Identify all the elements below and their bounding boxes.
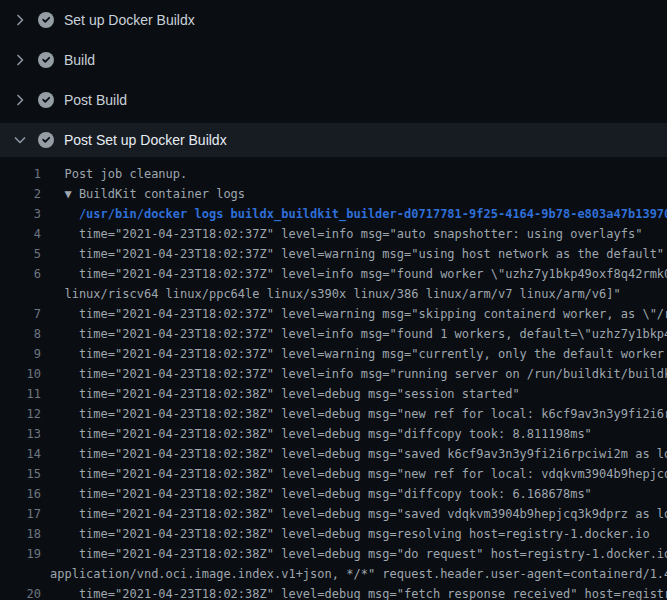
log-line-text: time="2021-04-23T18:02:37Z" level=info m… [41, 364, 667, 384]
step-header-post-build[interactable]: Post Build [0, 80, 667, 120]
step-header-build[interactable]: Build [0, 40, 667, 80]
log-line-text: time="2021-04-23T18:02:37Z" level=info m… [41, 224, 667, 244]
log-line-number[interactable]: 17 [0, 504, 41, 524]
log-line-text: time="2021-04-23T18:02:38Z" level=debug … [41, 444, 667, 464]
log-line-number[interactable]: 10 [0, 364, 41, 384]
log-line: 4 time="2021-04-23T18:02:37Z" level=info… [0, 224, 667, 244]
log-line-number[interactable]: 12 [0, 404, 41, 424]
log-line-text: time="2021-04-23T18:02:37Z" level=info m… [41, 264, 667, 304]
log-line-text: Post job cleanup. [41, 164, 667, 184]
log-line-number[interactable]: 14 [0, 444, 41, 464]
log-line-number[interactable]: 18 [0, 524, 41, 544]
log-line: 16 time="2021-04-23T18:02:38Z" level=deb… [0, 484, 667, 504]
log-line: 17 time="2021-04-23T18:02:38Z" level=deb… [0, 504, 667, 524]
chevron-right-icon[interactable] [12, 92, 28, 108]
log-line-text: time="2021-04-23T18:02:38Z" level=debug … [41, 484, 667, 504]
log-line-text: time="2021-04-23T18:02:37Z" level=warnin… [41, 244, 667, 264]
step-label: Post Build [64, 92, 127, 108]
step-label: Build [64, 52, 95, 68]
log-line: 3 /usr/bin/docker logs buildx_buildkit_b… [0, 204, 667, 224]
log-line-text: time="2021-04-23T18:02:37Z" level=warnin… [41, 304, 667, 324]
log-line: 12 time="2021-04-23T18:02:38Z" level=deb… [0, 404, 667, 424]
log-line: 7 time="2021-04-23T18:02:37Z" level=warn… [0, 304, 667, 324]
step-header-post-set-up-docker-buildx[interactable]: Post Set up Docker Buildx [0, 123, 667, 157]
log-line: 9 time="2021-04-23T18:02:37Z" level=warn… [0, 344, 667, 364]
log-line-number[interactable]: 9 [0, 344, 41, 364]
log-line-text: time="2021-04-23T18:02:38Z" level=debug … [41, 424, 667, 444]
log-line: 6 time="2021-04-23T18:02:37Z" level=info… [0, 264, 667, 304]
log-line-number[interactable]: 11 [0, 384, 41, 404]
chevron-right-icon[interactable] [12, 52, 28, 68]
check-circle-icon [38, 132, 54, 148]
log-line-number[interactable]: 7 [0, 304, 41, 324]
log-line-text: time="2021-04-23T18:02:38Z" level=debug … [41, 504, 667, 524]
log-line-number[interactable]: 15 [0, 464, 41, 484]
log-line-number[interactable]: 8 [0, 324, 41, 344]
log-line-number[interactable]: 13 [0, 424, 41, 444]
log-line-text: time="2021-04-23T18:02:38Z" level=debug … [41, 384, 667, 404]
log-line-text: time="2021-04-23T18:02:37Z" level=info m… [41, 324, 667, 344]
log-line-text: time="2021-04-23T18:02:38Z" level=debug … [41, 544, 667, 584]
log-line-number[interactable]: 3 [0, 204, 41, 224]
log-line-text: time="2021-04-23T18:02:38Z" level=debug … [41, 584, 667, 600]
log-line-number[interactable]: 19 [0, 544, 41, 564]
log-line: 18 time="2021-04-23T18:02:38Z" level=deb… [0, 524, 667, 544]
log-line: 19 time="2021-04-23T18:02:38Z" level=deb… [0, 544, 667, 584]
log-line-number[interactable]: 2 [0, 184, 41, 204]
log-line-text: time="2021-04-23T18:02:38Z" level=debug … [41, 404, 667, 424]
log-line: 20 time="2021-04-23T18:02:38Z" level=deb… [0, 584, 667, 600]
log-line-number[interactable]: 20 [0, 584, 41, 600]
log-line: 5 time="2021-04-23T18:02:37Z" level=warn… [0, 244, 667, 264]
check-circle-icon [38, 12, 54, 28]
step-label: Set up Docker Buildx [64, 12, 195, 28]
log-line: 15 time="2021-04-23T18:02:38Z" level=deb… [0, 464, 667, 484]
log-group-toggle[interactable]: ▼ BuildKit container logs [41, 184, 667, 204]
log-line-number[interactable]: 5 [0, 244, 41, 264]
log-line-text: time="2021-04-23T18:02:38Z" level=debug … [41, 464, 667, 484]
log-line: 14 time="2021-04-23T18:02:38Z" level=deb… [0, 444, 667, 464]
log-viewer[interactable]: 1 Post job cleanup.2 ▼ BuildKit containe… [0, 160, 667, 600]
log-line: 11 time="2021-04-23T18:02:38Z" level=deb… [0, 384, 667, 404]
step-header-set-up-docker-buildx[interactable]: Set up Docker Buildx [0, 0, 667, 40]
log-line-number[interactable]: 6 [0, 264, 41, 284]
check-circle-icon [38, 52, 54, 68]
log-line: 13 time="2021-04-23T18:02:38Z" level=deb… [0, 424, 667, 444]
log-line: 8 time="2021-04-23T18:02:37Z" level=info… [0, 324, 667, 344]
log-line-number[interactable]: 1 [0, 164, 41, 184]
steps-list: Set up Docker BuildxBuildPost BuildPost … [0, 0, 667, 157]
log-line-number[interactable]: 16 [0, 484, 41, 504]
chevron-down-icon[interactable] [12, 132, 28, 148]
check-circle-icon [38, 92, 54, 108]
log-line-number[interactable]: 4 [0, 224, 41, 244]
log-line: 1 Post job cleanup. [0, 164, 667, 184]
step-label: Post Set up Docker Buildx [64, 132, 227, 148]
log-line-text: time="2021-04-23T18:02:37Z" level=warnin… [41, 344, 667, 364]
log-command-text: /usr/bin/docker logs buildx_buildkit_bui… [41, 204, 667, 224]
log-line-text: time="2021-04-23T18:02:38Z" level=debug … [41, 524, 667, 544]
chevron-right-icon[interactable] [12, 12, 28, 28]
log-line: 2 ▼ BuildKit container logs [0, 184, 667, 204]
log-line: 10 time="2021-04-23T18:02:37Z" level=inf… [0, 364, 667, 384]
